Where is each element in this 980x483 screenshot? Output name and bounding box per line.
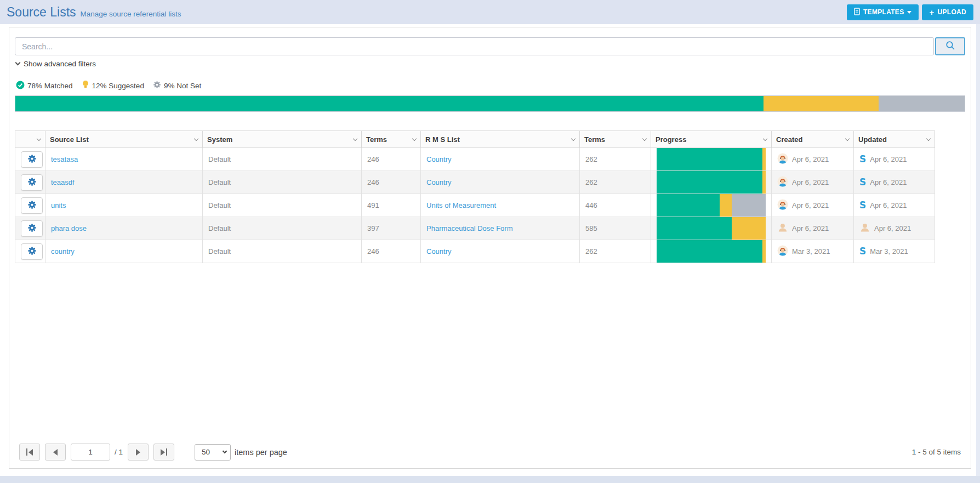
bottom-edge-strip	[0, 476, 980, 483]
advanced-filters-toggle[interactable]: Show advanced filters	[16, 60, 96, 68]
progress-segment-suggested	[732, 217, 766, 240]
stat-notset: 9% Not Set	[153, 81, 201, 90]
row-settings-button[interactable]	[21, 197, 43, 214]
sync-icon: S	[859, 201, 866, 210]
page-size-value: 50	[202, 448, 210, 456]
source-list-link[interactable]: teaasdf	[51, 178, 75, 186]
column-header-label: R M S List	[425, 135, 460, 144]
column-menu-chevron-icon[interactable]	[763, 136, 767, 140]
rms-list-link[interactable]: Country	[426, 247, 452, 255]
gear-icon	[27, 177, 37, 188]
column-menu-chevron-icon[interactable]	[845, 136, 850, 140]
user-avatar-icon	[777, 199, 788, 212]
summary-segment-suggested	[764, 96, 879, 111]
progress-segment-matched	[657, 194, 720, 217]
source-lists-panel: Show advanced filters 78% Matched 12% Su…	[9, 27, 971, 469]
row-settings-button[interactable]	[21, 151, 43, 168]
search-button[interactable]	[935, 37, 965, 55]
progress-cell	[651, 171, 772, 194]
progress-segment-suggested	[762, 240, 766, 263]
updated-cell: Apr 6, 2021	[854, 217, 935, 240]
terms-cell: 397	[362, 217, 421, 240]
user-avatar-icon	[777, 176, 788, 189]
column-menu-chevron-icon[interactable]	[412, 136, 417, 140]
updated-cell: SMar 3, 2021	[854, 240, 935, 263]
source-list-link[interactable]: tesatasa	[51, 155, 78, 163]
table-row: phara doseDefault397Pharmaceutical Dose …	[15, 217, 935, 240]
user-avatar-icon	[777, 245, 788, 258]
upload-button[interactable]: + UPLOAD	[922, 4, 973, 20]
column-menu-chevron-icon[interactable]	[571, 136, 576, 140]
system-cell: Default	[203, 240, 362, 263]
system-cell: Default	[203, 171, 362, 194]
progress-segment-matched	[657, 148, 762, 171]
gear-icon	[27, 223, 37, 234]
progress-segment-suggested	[762, 171, 766, 194]
page-size-select[interactable]: 50	[195, 444, 231, 461]
table-row: tesatasaDefault246Country262Apr 6, 2021S…	[15, 148, 935, 171]
rms-list-link[interactable]: Pharmaceutical Dose Form	[426, 224, 513, 232]
search-icon	[945, 40, 956, 53]
row-settings-button[interactable]	[21, 220, 43, 237]
column-header-label: Terms	[584, 135, 605, 144]
stat-matched: 78% Matched	[16, 81, 73, 91]
stat-suggested-label: 12% Suggested	[92, 82, 144, 90]
column-header-label: Created	[776, 135, 802, 144]
column-header-system: System	[203, 131, 362, 148]
stat-matched-label: 78% Matched	[27, 82, 73, 90]
scrollbar-track[interactable]	[976, 24, 980, 483]
rms-terms-cell: 446	[580, 194, 651, 217]
rms-list-link[interactable]: Country	[426, 155, 452, 163]
chevron-down-icon	[223, 448, 227, 453]
column-header-updated: Updated	[854, 131, 935, 148]
updated-cell: SApr 6, 2021	[854, 171, 935, 194]
column-menu-chevron-icon[interactable]	[194, 136, 198, 140]
summary-stats: 78% Matched 12% Suggested 9% Not Set	[16, 80, 965, 91]
system-cell: Default	[203, 217, 362, 240]
terms-cell: 246	[362, 148, 421, 171]
rms-terms-cell: 262	[580, 240, 651, 263]
source-list-link[interactable]: phara dose	[51, 224, 87, 232]
progress-segment-matched	[657, 240, 762, 263]
previous-page-button[interactable]	[45, 444, 66, 461]
terms-cell: 246	[362, 240, 421, 263]
next-page-button[interactable]	[128, 444, 149, 461]
rms-list-link[interactable]: Country	[426, 178, 452, 186]
gear-icon	[27, 200, 37, 211]
page-header: Source Lists Manage source referential l…	[0, 0, 980, 24]
templates-button[interactable]: TEMPLATES	[847, 4, 919, 20]
gear-icon	[153, 81, 161, 90]
page-title: Source Lists	[7, 5, 76, 20]
source-list-link[interactable]: units	[51, 201, 66, 209]
sync-icon: S	[859, 247, 866, 256]
table-row: countryDefault246Country262Mar 3, 2021SM…	[15, 240, 935, 263]
created-cell: Mar 3, 2021	[772, 240, 854, 263]
page-number-input[interactable]	[71, 444, 110, 461]
progress-segment-suggested	[720, 194, 732, 217]
search-input[interactable]	[15, 37, 934, 55]
progress-cell	[651, 148, 772, 171]
progress-cell	[651, 194, 772, 217]
rms-list-link[interactable]: Units of Measurement	[426, 201, 496, 209]
column-header-label: Source List	[50, 135, 89, 144]
column-menu-chevron-icon[interactable]	[926, 136, 931, 140]
column-menu-chevron-icon[interactable]	[642, 136, 647, 140]
created-cell: Apr 6, 2021	[772, 217, 854, 240]
last-page-button[interactable]	[153, 444, 174, 461]
updated-cell: SApr 6, 2021	[854, 194, 935, 217]
row-settings-button[interactable]	[21, 243, 43, 260]
created-date: Apr 6, 2021	[792, 178, 829, 186]
table-row: teaasdfDefault246Country262Apr 6, 2021SA…	[15, 171, 935, 194]
column-menu-chevron-icon[interactable]	[37, 136, 41, 140]
updated-date: Apr 6, 2021	[870, 201, 907, 209]
updated-date: Mar 3, 2021	[870, 247, 908, 255]
source-list-link[interactable]: country	[51, 247, 75, 255]
items-per-page-label: items per page	[235, 448, 287, 457]
system-cell: Default	[203, 194, 362, 217]
first-page-button[interactable]	[19, 444, 40, 461]
row-settings-button[interactable]	[21, 174, 43, 191]
column-header-terms: Terms	[580, 131, 651, 148]
column-menu-chevron-icon[interactable]	[353, 136, 357, 140]
terms-cell: 491	[362, 194, 421, 217]
system-cell: Default	[203, 148, 362, 171]
